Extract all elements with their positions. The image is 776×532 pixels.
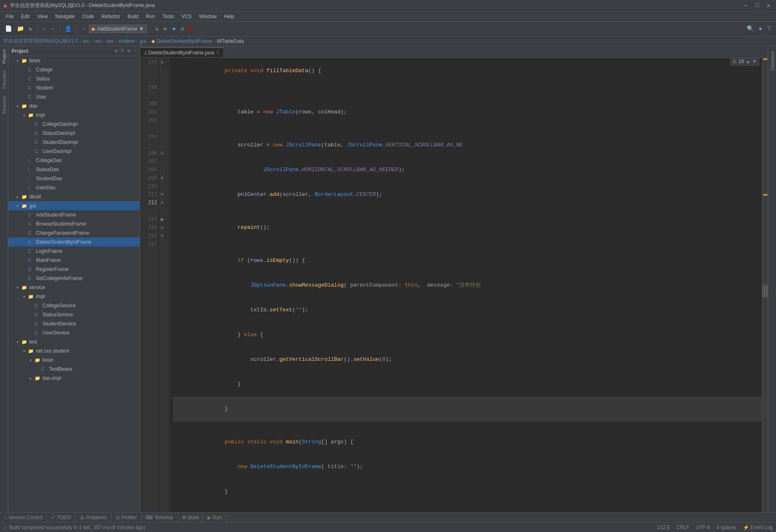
menu-build[interactable]: Build: [124, 13, 142, 20]
menu-navigate[interactable]: Navigate: [52, 13, 78, 20]
toolbar-new-button[interactable]: 📄: [3, 24, 14, 33]
code-content[interactable]: private void fillTableData() { table = n…: [170, 58, 762, 512]
btab-terminal[interactable]: ⌨ Terminal: [141, 513, 177, 523]
right-panel-database[interactable]: Database: [769, 48, 776, 74]
toolbar-stop-button[interactable]: ■: [188, 25, 194, 33]
status-indent[interactable]: 4 spaces: [717, 525, 736, 530]
warning-down-button[interactable]: ▼: [752, 59, 757, 64]
menu-vcs[interactable]: VCS: [178, 13, 195, 20]
tree-item-registerframe[interactable]: C RegisterFrame: [8, 265, 140, 274]
toolbar-search-button[interactable]: 🔍: [745, 24, 755, 33]
tree-item-statusdaoimpl[interactable]: C StatusDaoImpl: [8, 129, 140, 138]
tree-item-bean[interactable]: ▾ 📁 bean: [8, 56, 140, 65]
menu-view[interactable]: View: [34, 13, 51, 20]
toolbar-coverage-button[interactable]: ◇: [179, 24, 186, 33]
toolbar-help-button[interactable]: ?: [765, 24, 773, 33]
toolbar-forward-button[interactable]: →: [49, 25, 56, 33]
tree-item-studentservice[interactable]: C StudentService: [8, 319, 140, 328]
tree-item-dao[interactable]: ▾ 📁 dao: [8, 101, 140, 111]
tree-item-browsestudentsframe[interactable]: C BrowseStudentsFrame: [8, 219, 140, 228]
menu-code[interactable]: Code: [79, 13, 97, 20]
menu-window[interactable]: Window: [196, 13, 220, 20]
tree-item-userdaoimpl[interactable]: C UserDaoImpl: [8, 147, 140, 156]
run-config-dropdown[interactable]: ▶ AddStudentFrame ▼: [89, 25, 147, 33]
menu-run[interactable]: Run: [143, 13, 158, 20]
toolbar-settings-button[interactable]: ●: [757, 25, 764, 33]
bc-gui[interactable]: gui: [140, 38, 146, 44]
toolbar-build-button[interactable]: ☯: [154, 24, 160, 33]
toolbar-undo-button[interactable]: ←: [80, 25, 87, 33]
menu-edit[interactable]: Edit: [18, 13, 33, 20]
menu-help[interactable]: Help: [221, 13, 238, 20]
vtab-favorites[interactable]: Favorites: [1, 67, 7, 92]
toolbar-run-button[interactable]: ▶: [162, 24, 169, 33]
bc-sxx[interactable]: sxx: [106, 38, 113, 44]
tree-item-service-impl[interactable]: ▾ 📁 impl: [8, 292, 140, 301]
tree-item-user[interactable]: C User: [8, 92, 140, 101]
tree-item-collegedao[interactable]: I CollegeDao: [8, 156, 140, 165]
tab-deletestudentbyidframe[interactable]: J DeleteStudentByIdFrame.java ✕: [140, 47, 224, 57]
maximize-button[interactable]: □: [753, 2, 761, 9]
btab-problems[interactable]: ⚠ Problems: [76, 513, 112, 523]
toolbar-debug-button[interactable]: ●: [171, 25, 177, 33]
toolbar-open-button[interactable]: 📁: [15, 24, 26, 33]
tree-item-status[interactable]: C Status: [8, 74, 140, 83]
sidebar-layout-icon[interactable]: ≡: [121, 48, 124, 54]
sidebar-settings-icon[interactable]: ⚙: [115, 48, 118, 54]
toolbar-back-button[interactable]: ←: [41, 25, 47, 33]
bc-project[interactable]: 学生信息管理系统(MySQL)版V1.0: [3, 38, 78, 45]
tree-item-studentdao[interactable]: I StudentDao: [8, 174, 140, 183]
minimize-button[interactable]: —: [741, 2, 750, 9]
tree-item-gui[interactable]: ▾ 📁 gui: [8, 201, 140, 210]
sidebar-sort-icon[interactable]: ⇅: [127, 48, 130, 54]
tree-item-statusdao[interactable]: I StatusDao: [8, 165, 140, 174]
sidebar-collapse-icon[interactable]: –: [134, 48, 136, 54]
menu-tools[interactable]: Tools: [159, 13, 177, 20]
close-button[interactable]: ✕: [764, 2, 773, 9]
menu-file[interactable]: File: [2, 13, 17, 20]
tree-item-changepasswordframe[interactable]: C ChangePasswordFrame: [8, 228, 140, 238]
warning-up-button[interactable]: ▲: [745, 59, 750, 64]
tree-item-statusservice[interactable]: C StatusService: [8, 310, 140, 319]
vtab-project[interactable]: Project: [1, 46, 7, 67]
btab-build[interactable]: ⚒ Build: [178, 513, 204, 523]
bc-class[interactable]: DeleteStudentByIdFrame: [157, 38, 212, 44]
tree-item-service[interactable]: ▾ 📁 service: [8, 283, 140, 292]
btab-todo[interactable]: ✓ TODO: [47, 513, 75, 523]
tree-item-userservice[interactable]: C UserService: [8, 328, 140, 337]
btab-profiler[interactable]: ◎ Profiler: [111, 513, 141, 523]
tree-item-collegedaoimpl[interactable]: C CollegeDaoImpl: [8, 120, 140, 129]
tree-item-loginframe[interactable]: C LoginFrame: [8, 247, 140, 256]
tree-item-studentdaoimpl[interactable]: C StudentDaoImpl: [8, 138, 140, 147]
status-line-ending[interactable]: CRLF: [676, 525, 689, 530]
tree-item-test-bean[interactable]: ▾ 📁 bean: [8, 355, 140, 365]
tree-item-college[interactable]: C College: [8, 65, 140, 74]
btab-run[interactable]: ▶ Run: [203, 513, 226, 523]
toolbar-user-button[interactable]: 👤: [63, 24, 73, 33]
tree-item-setcollegeinfoframe[interactable]: C SetCollegeInfoFrame: [8, 274, 140, 283]
tree-item-addstudentframe[interactable]: C AddStudentFrame: [8, 210, 140, 219]
bc-student[interactable]: student: [118, 38, 134, 44]
tree-item-student[interactable]: C Student: [8, 83, 140, 92]
tree-item-mainframe[interactable]: C MainFrame: [8, 256, 140, 265]
menu-refactor[interactable]: Refactor: [98, 13, 123, 20]
bc-net[interactable]: net: [94, 38, 101, 44]
tree-item-collegeservice[interactable]: C CollegeService: [8, 301, 140, 310]
toolbar-sync-button[interactable]: ↻: [27, 24, 34, 33]
tree-item-testbeans[interactable]: C TestBeans: [8, 365, 140, 374]
tree-item-impl[interactable]: ▾ 📁 impl: [8, 111, 140, 120]
bc-src[interactable]: src: [83, 38, 89, 44]
status-position[interactable]: 212:6: [657, 525, 670, 530]
editor-scrollbar[interactable]: [762, 58, 768, 512]
tree-item-dbutil[interactable]: ▸ 📁 dbutil: [8, 192, 140, 201]
vtab-structure[interactable]: Structure: [1, 92, 7, 118]
btab-versioncontrol[interactable]: ⑂ Version Control: [0, 513, 47, 523]
tree-item-test[interactable]: ▾ 📁 test: [8, 337, 140, 346]
tree-item-userdao[interactable]: I UserDao: [8, 183, 140, 192]
status-encoding[interactable]: UTF-8: [696, 525, 710, 530]
tab-close-icon[interactable]: ✕: [216, 50, 219, 55]
scrollbar-thumb[interactable]: [762, 285, 768, 297]
tree-item-netsxxstudent[interactable]: ▾ 📁 net.sxx.student: [8, 346, 140, 355]
status-event-log[interactable]: ⚡ Event Log: [743, 525, 773, 530]
tree-item-deletestudentbyidframe[interactable]: C DeleteStudentByIdFrame: [8, 238, 140, 247]
